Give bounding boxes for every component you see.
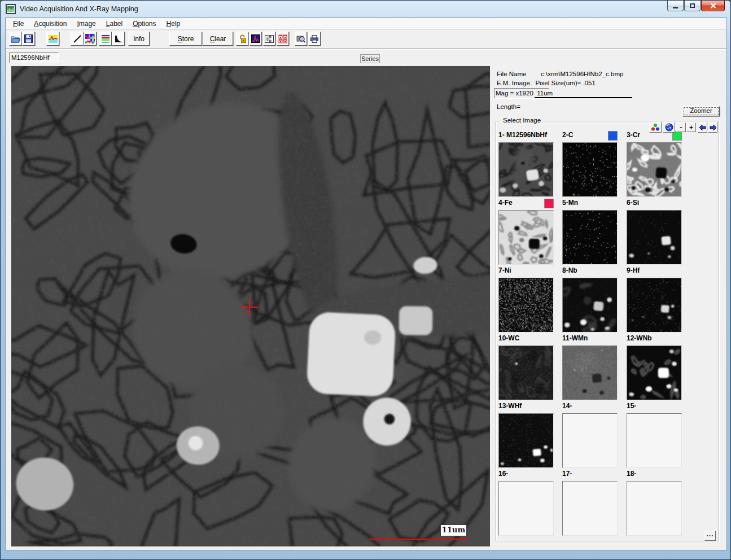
close-button[interactable] bbox=[701, 1, 725, 11]
thumbnail-empty[interactable] bbox=[498, 481, 554, 536]
menu-options[interactable]: Options bbox=[128, 19, 161, 29]
thumbnail-label: 18- bbox=[627, 470, 690, 478]
thumbnail-empty[interactable] bbox=[562, 413, 618, 468]
save-button[interactable] bbox=[22, 32, 35, 46]
lock-button[interactable] bbox=[236, 32, 248, 46]
print-preview-button[interactable] bbox=[295, 32, 307, 46]
thumbnail-map-whf[interactable] bbox=[498, 413, 554, 468]
info-button[interactable]: Info bbox=[128, 32, 150, 46]
thumbnail-label: 1- M12596NbHf bbox=[498, 131, 562, 139]
spectrum-chart-icon bbox=[49, 35, 58, 43]
thumbnail-map-wnb[interactable] bbox=[627, 345, 682, 400]
thumbnail-map-wmn[interactable] bbox=[562, 345, 618, 400]
open-file-button[interactable] bbox=[9, 32, 22, 46]
file-name-label: File Name bbox=[497, 71, 526, 77]
em-pixel-size-line: E.M. Image. Pixel Size(um)= .051 bbox=[497, 80, 596, 86]
color-stripes-icon bbox=[101, 34, 110, 43]
measurement-line bbox=[535, 97, 632, 98]
thumbnail-map-mn[interactable] bbox=[562, 210, 618, 265]
tile-windows-button[interactable] bbox=[277, 32, 289, 46]
menu-acquisition[interactable]: Acquisition bbox=[29, 19, 72, 29]
menu-file[interactable]: File bbox=[8, 19, 29, 29]
thumbnail-empty[interactable] bbox=[627, 481, 682, 536]
thumbnail-map-nb[interactable] bbox=[562, 278, 618, 333]
tree-view-icon bbox=[265, 35, 274, 43]
color-sphere-icon bbox=[664, 123, 674, 132]
prev-image-button[interactable] bbox=[698, 122, 707, 133]
toolbar-separator bbox=[6, 49, 726, 50]
length-label: Length= bbox=[497, 103, 520, 110]
line-tool-button[interactable] bbox=[71, 32, 84, 46]
main-em-image[interactable]: 11um bbox=[11, 66, 490, 546]
thumbnail-label: 6-Si bbox=[627, 199, 690, 207]
left-arrow-icon bbox=[699, 124, 707, 131]
tile-windows-icon bbox=[278, 34, 287, 43]
window-title: Video Acquisition And X-Ray Mapping bbox=[20, 5, 138, 13]
thumbnail-label: 10-WC bbox=[498, 334, 562, 342]
thumbnail-label: 9-Hf bbox=[627, 266, 690, 274]
toolbar: Info Store Clear bbox=[6, 30, 726, 49]
more-button[interactable]: ... bbox=[704, 531, 716, 541]
color-chip bbox=[608, 131, 618, 141]
tree-view-button[interactable] bbox=[263, 32, 275, 46]
menu-bar: File Acquisition Image Label Options Hel… bbox=[6, 18, 726, 30]
store-button[interactable]: Store bbox=[169, 32, 202, 46]
maximize-icon bbox=[690, 3, 695, 8]
thumbnail-label: 13-WHf bbox=[498, 402, 562, 410]
zoom-out-button[interactable]: - bbox=[676, 123, 686, 132]
thumbnail-map-si[interactable] bbox=[627, 210, 682, 265]
thumbnail-label: 14- bbox=[562, 402, 625, 410]
line-icon bbox=[73, 34, 82, 43]
spectrum-display-button[interactable] bbox=[249, 32, 262, 46]
print-button[interactable] bbox=[308, 32, 321, 46]
file-name-value: c:\xrm\M12596HfNb2_c.bmp bbox=[541, 71, 623, 77]
sample-name-field[interactable]: M12596NbHf bbox=[9, 53, 59, 63]
thumbnail-empty[interactable] bbox=[562, 481, 618, 536]
thumbnail-label: 12-WNb bbox=[627, 334, 690, 342]
thumbnail-map-wc[interactable] bbox=[498, 345, 554, 400]
open-folder-icon bbox=[11, 35, 20, 43]
color-map-button[interactable] bbox=[84, 32, 97, 46]
thumbnail-empty[interactable] bbox=[627, 413, 682, 468]
thumbnail-map-hf[interactable] bbox=[627, 278, 682, 333]
thumbnail-map-fe[interactable] bbox=[498, 210, 554, 265]
scale-bar-line bbox=[370, 539, 469, 540]
series-label: Series bbox=[360, 54, 380, 63]
maximize-button[interactable] bbox=[684, 1, 701, 11]
lock-icon bbox=[238, 34, 247, 43]
thumbnail-map-c[interactable] bbox=[562, 142, 618, 197]
crosshair-marker bbox=[249, 298, 250, 316]
thumbnail-label: 5-Mn bbox=[562, 199, 625, 207]
zoomer-button[interactable]: Zoomer bbox=[682, 106, 720, 116]
close-icon bbox=[710, 3, 716, 8]
menu-image[interactable]: Image bbox=[72, 19, 100, 29]
spectrum-chart-button[interactable] bbox=[46, 32, 59, 46]
rgb-dots-icon bbox=[650, 123, 660, 132]
rgb-dots-button[interactable] bbox=[649, 122, 662, 133]
printer-icon bbox=[310, 34, 319, 43]
minimize-button[interactable] bbox=[667, 1, 684, 11]
thumbnail-em-image[interactable] bbox=[498, 142, 554, 197]
right-arrow-icon bbox=[709, 124, 717, 131]
color-sphere-button[interactable] bbox=[663, 122, 675, 133]
menu-label[interactable]: Label bbox=[101, 19, 128, 29]
thumbnail-map-cr[interactable] bbox=[627, 142, 682, 197]
thumbnail-label: 17- bbox=[562, 470, 625, 478]
next-image-button[interactable] bbox=[708, 122, 717, 133]
clear-button[interactable]: Clear bbox=[203, 32, 233, 46]
title-bar[interactable]: Video Acquisition And X-Ray Mapping bbox=[1, 1, 730, 18]
zoom-in-button[interactable]: + bbox=[686, 123, 696, 132]
color-stripes-button[interactable] bbox=[99, 32, 112, 46]
menu-help[interactable]: Help bbox=[161, 19, 186, 29]
thumbnail-label: 16- bbox=[498, 470, 562, 478]
color-chip bbox=[544, 199, 554, 208]
print-preview-icon bbox=[296, 34, 305, 43]
thumbnail-map-ni[interactable] bbox=[498, 278, 554, 333]
thumbnail-label: 11-WMn bbox=[562, 334, 625, 342]
minimize-icon bbox=[673, 7, 678, 8]
spectrum-display-icon bbox=[251, 34, 260, 43]
thumbnail-label: 15- bbox=[627, 402, 690, 410]
app-icon bbox=[6, 4, 16, 14]
histogram-button[interactable] bbox=[112, 32, 125, 46]
select-image-title: Select Image bbox=[501, 117, 543, 124]
